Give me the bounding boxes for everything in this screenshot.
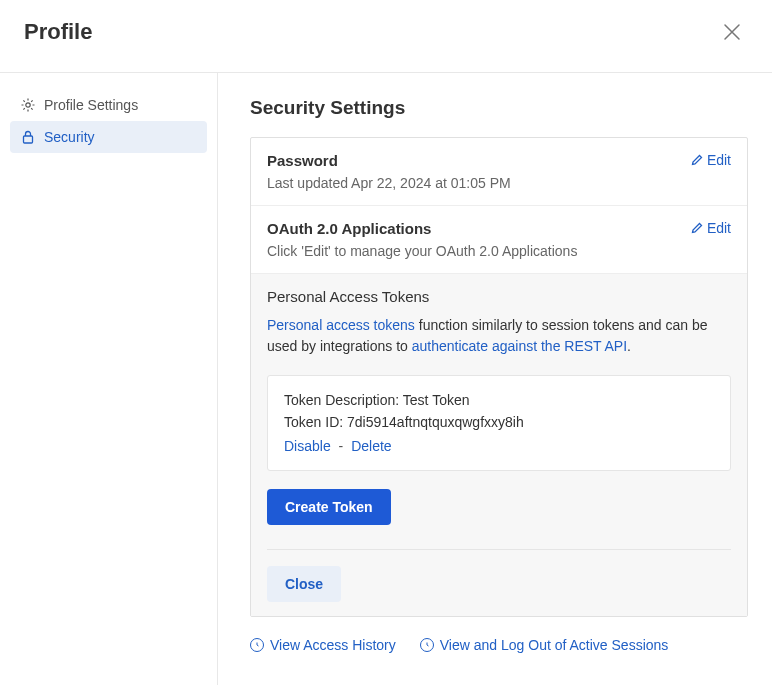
pencil-icon (691, 222, 703, 234)
modal-title: Profile (24, 19, 92, 45)
password-title: Password (267, 152, 731, 169)
clock-icon (420, 638, 434, 652)
oauth-section: OAuth 2.0 Applications Click 'Edit' to m… (251, 206, 747, 274)
divider (267, 549, 731, 550)
password-edit-button[interactable]: Edit (691, 152, 731, 168)
pat-doc-link[interactable]: Personal access tokens (267, 317, 415, 333)
gear-icon (20, 97, 36, 113)
sidebar: Profile Settings Security (0, 73, 218, 685)
close-icon (723, 23, 741, 41)
pat-description: Personal access tokens function similarl… (267, 315, 731, 357)
svg-rect-1 (24, 136, 33, 143)
footer-links: View Access History View and Log Out of … (250, 637, 748, 653)
pencil-icon (691, 154, 703, 166)
clock-icon (250, 638, 264, 652)
oauth-edit-button[interactable]: Edit (691, 220, 731, 236)
token-delete-button[interactable]: Delete (351, 438, 391, 454)
pat-api-link[interactable]: authenticate against the REST API (412, 338, 627, 354)
oauth-title: OAuth 2.0 Applications (267, 220, 731, 237)
password-section: Password Last updated Apr 22, 2024 at 01… (251, 138, 747, 206)
pat-desc-end: . (627, 338, 631, 354)
token-disable-button[interactable]: Disable (284, 438, 331, 454)
main-content: Security Settings Password Last updated … (218, 73, 772, 685)
password-subtitle: Last updated Apr 22, 2024 at 01:05 PM (267, 175, 731, 191)
svg-point-0 (26, 103, 30, 107)
sidebar-item-label: Profile Settings (44, 97, 138, 113)
pat-section: Personal Access Tokens Personal access t… (251, 274, 747, 616)
oauth-subtitle: Click 'Edit' to manage your OAuth 2.0 Ap… (267, 243, 731, 259)
edit-label: Edit (707, 220, 731, 236)
footer-link-label: View Access History (270, 637, 396, 653)
close-button[interactable] (716, 16, 748, 48)
footer-link-label: View and Log Out of Active Sessions (440, 637, 669, 653)
modal-body: Profile Settings Security Security Setti… (0, 73, 772, 685)
token-card: Token Description: Test Token Token ID: … (267, 375, 731, 471)
settings-panel: Password Last updated Apr 22, 2024 at 01… (250, 137, 748, 617)
edit-label: Edit (707, 152, 731, 168)
sidebar-item-label: Security (44, 129, 95, 145)
create-token-button[interactable]: Create Token (267, 489, 391, 525)
token-description: Token Description: Test Token (284, 392, 714, 408)
view-active-sessions-link[interactable]: View and Log Out of Active Sessions (420, 637, 669, 653)
page-title: Security Settings (250, 97, 748, 119)
close-pat-button[interactable]: Close (267, 566, 341, 602)
pat-title: Personal Access Tokens (267, 288, 731, 305)
lock-icon (20, 129, 36, 145)
sidebar-item-security[interactable]: Security (10, 121, 207, 153)
token-description-value: Test Token (403, 392, 470, 408)
sidebar-item-profile-settings[interactable]: Profile Settings (10, 89, 207, 121)
token-id: Token ID: 7di5914aftnqtquxqwgfxxy8ih (284, 414, 714, 430)
token-description-label: Token Description: (284, 392, 403, 408)
token-id-value: 7di5914aftnqtquxqwgfxxy8ih (347, 414, 524, 430)
separator: - (335, 438, 347, 454)
token-actions: Disable - Delete (284, 438, 714, 454)
view-access-history-link[interactable]: View Access History (250, 637, 396, 653)
modal-header: Profile (0, 0, 772, 73)
token-id-label: Token ID: (284, 414, 347, 430)
